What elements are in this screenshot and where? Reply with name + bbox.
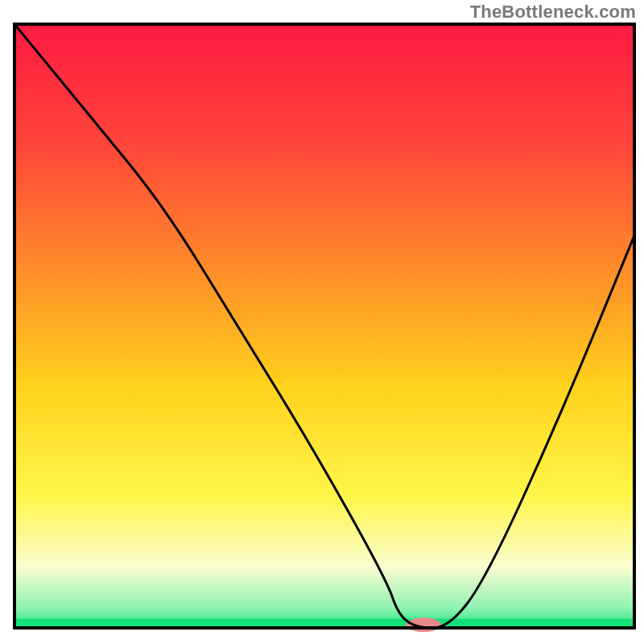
bottleneck-chart (0, 0, 644, 644)
chart-stage: TheBottleneck.com (0, 0, 644, 644)
plot-background (14, 24, 634, 628)
watermark-label: TheBottleneck.com (470, 2, 636, 23)
